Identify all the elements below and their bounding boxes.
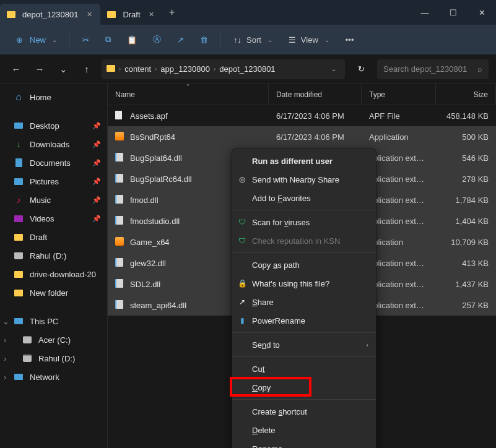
- context-menu-label: Cut: [252, 364, 264, 374]
- file-name: glew32.dll: [130, 259, 166, 268]
- file-row[interactable]: Assets.apf6/17/2023 4:06 PMAPF File458,1…: [108, 105, 496, 126]
- sidebar-item[interactable]: Desktop📌: [0, 116, 107, 135]
- cut-button[interactable]: ✂: [76, 29, 95, 50]
- plus-circle-icon: ⊕: [14, 34, 25, 45]
- sidebar-label: Home: [30, 93, 51, 102]
- breadcrumb-item[interactable]: depot_1230801: [219, 64, 275, 74]
- back-button[interactable]: ←: [7, 61, 25, 78]
- file-icon: [115, 132, 125, 142]
- sidebar-icon: [14, 288, 24, 298]
- share-button[interactable]: ↗: [171, 29, 190, 50]
- up-button[interactable]: ↑: [78, 61, 95, 78]
- sidebar-drive[interactable]: Acer (C:): [0, 330, 107, 349]
- context-menu-item[interactable]: Copy as path: [232, 256, 376, 274]
- sidebar-item[interactable]: Downloads📌: [0, 135, 107, 153]
- sidebar-item[interactable]: Music📌: [0, 191, 107, 209]
- sidebar-label: Rahul (D:): [30, 251, 66, 261]
- scissors-icon: ✂: [82, 35, 89, 45]
- sort-label: Sort: [246, 35, 261, 45]
- sidebar-item[interactable]: Videos📌: [0, 209, 107, 228]
- context-menu-item[interactable]: Run as different user: [232, 152, 376, 170]
- sidebar-label: Desktop: [30, 121, 59, 131]
- recent-button[interactable]: ⌄: [54, 61, 72, 78]
- maximize-button[interactable]: ☐: [439, 0, 468, 25]
- column-type[interactable]: Type: [362, 84, 436, 105]
- chevron-right-icon: ›: [214, 66, 215, 72]
- sidebar-icon: [14, 158, 24, 168]
- sidebar-label: Network: [30, 373, 59, 382]
- sort-button[interactable]: ↑↓ Sort ⌄: [227, 29, 279, 50]
- trash-icon: 🗑: [200, 35, 208, 45]
- file-name: fmod.dll: [130, 196, 159, 205]
- tab-inactive[interactable]: Draft ✕: [100, 4, 162, 25]
- close-icon[interactable]: ✕: [147, 9, 157, 19]
- search-input[interactable]: Search depot_1230801 ⌕: [377, 59, 489, 79]
- delete-button[interactable]: 🗑: [194, 29, 214, 50]
- sidebar-item[interactable]: drive-download-20: [0, 265, 107, 283]
- breadcrumb-expand[interactable]: ⌄: [328, 66, 340, 72]
- file-type: Application: [362, 132, 436, 142]
- copy-button[interactable]: ⧉: [99, 29, 117, 50]
- sidebar-drive[interactable]: Rahul (D:): [0, 349, 107, 368]
- breadcrumb-item[interactable]: app_1230800: [160, 64, 210, 74]
- sidebar-network[interactable]: Network: [0, 368, 107, 386]
- breadcrumb[interactable]: › content › app_1230800 › depot_1230801 …: [102, 59, 345, 79]
- new-button[interactable]: ⊕ New ⌄: [7, 29, 63, 50]
- add-tab-button[interactable]: +: [163, 3, 181, 22]
- file-icon: [115, 153, 125, 163]
- context-menu-label: Check reputation in KSN: [252, 236, 340, 246]
- context-menu-item: 🛡Check reputation in KSN: [232, 231, 376, 250]
- file-icon: [115, 279, 125, 289]
- home-icon: [14, 92, 24, 102]
- forward-button[interactable]: →: [31, 61, 48, 78]
- context-menu-item[interactable]: Cut: [232, 360, 376, 378]
- window-close-button[interactable]: ✕: [468, 0, 496, 25]
- context-menu-item[interactable]: ▮PowerRename: [232, 311, 376, 330]
- chevron-down-icon: ⌄: [52, 37, 57, 43]
- context-menu-item[interactable]: 🔒What's using this file?: [232, 274, 376, 293]
- sidebar-home[interactable]: Home: [0, 88, 107, 106]
- column-name[interactable]: Name: [108, 84, 269, 105]
- pin-icon: 📌: [92, 122, 101, 130]
- minimize-button[interactable]: —: [411, 0, 439, 25]
- folder-icon: [107, 9, 116, 19]
- context-menu-item[interactable]: Create shortcut: [232, 402, 376, 421]
- context-menu-item[interactable]: Add to Favorites: [232, 189, 376, 207]
- sidebar-item[interactable]: Rahul (D:): [0, 246, 107, 265]
- sidebar-label: drive-download-20: [30, 270, 96, 279]
- context-menu-item[interactable]: Delete: [232, 421, 376, 439]
- view-button[interactable]: ☰ View ⌄: [282, 29, 336, 50]
- sidebar-icon: [14, 139, 24, 149]
- paste-button[interactable]: 📋: [121, 29, 143, 50]
- tab-active[interactable]: depot_1230801 ✕: [0, 4, 100, 25]
- context-menu-item[interactable]: Copy: [232, 378, 376, 397]
- rename-button[interactable]: Ⓐ: [147, 29, 167, 50]
- context-menu-item[interactable]: Send to›: [232, 335, 376, 354]
- file-icon: [115, 174, 125, 184]
- column-date[interactable]: Date modified: [269, 84, 362, 105]
- context-menu-item[interactable]: Rename: [232, 439, 376, 448]
- sidebar-label: Rahul (D:): [38, 354, 75, 363]
- sidebar-label: Pictures: [30, 177, 59, 186]
- file-size: 1,404 KB: [436, 217, 496, 226]
- context-menu-label: What's using this file?: [252, 279, 329, 288]
- breadcrumb-item[interactable]: content: [124, 64, 151, 74]
- ellipsis-icon: •••: [346, 35, 354, 45]
- column-size[interactable]: Size: [436, 84, 496, 105]
- sidebar-item[interactable]: Documents📌: [0, 153, 107, 172]
- context-menu-item[interactable]: ↗Share: [232, 293, 376, 311]
- context-menu-label: Rename: [252, 444, 282, 449]
- sidebar-item[interactable]: New folder: [0, 283, 107, 302]
- sidebar-item[interactable]: Pictures📌: [0, 172, 107, 191]
- file-size: 278 KB: [436, 174, 496, 184]
- file-size: 500 KB: [436, 132, 496, 142]
- file-row[interactable]: BsSndRpt646/17/2023 4:06 PMApplication50…: [108, 126, 496, 147]
- context-menu-item[interactable]: 🛡Scan for viruses: [232, 213, 376, 231]
- sidebar-thispc[interactable]: This PC: [0, 312, 107, 330]
- file-type: APF File: [362, 111, 436, 121]
- refresh-button[interactable]: ↻: [351, 59, 371, 79]
- context-menu-item[interactable]: ◎Send with Nearby Share: [232, 170, 376, 189]
- close-icon[interactable]: ✕: [84, 9, 94, 19]
- sidebar-item[interactable]: Draft: [0, 228, 107, 246]
- more-button[interactable]: •••: [339, 29, 360, 50]
